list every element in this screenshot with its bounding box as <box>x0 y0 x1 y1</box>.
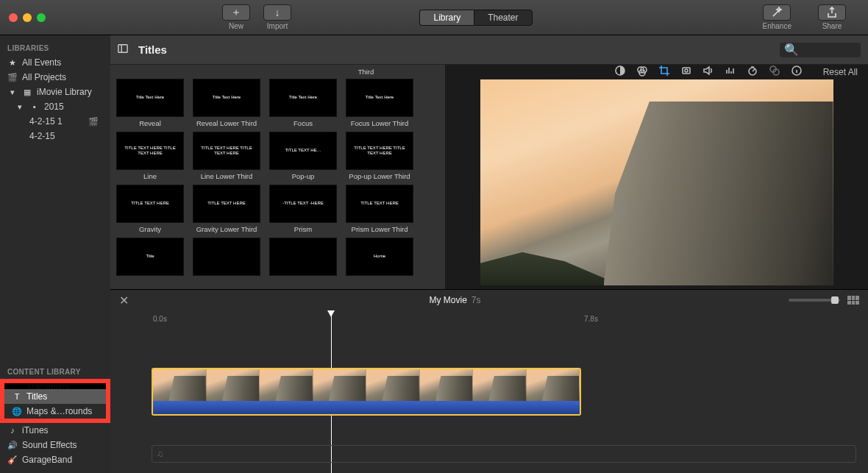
title-preset[interactable]: TITLE TEXT HEREPrism Lower Third <box>346 185 413 233</box>
titles-item[interactable]: TTitles <box>4 389 106 404</box>
maps-item[interactable]: 🌐Maps &…rounds <box>4 404 106 419</box>
title-thumb: Title Text Here <box>193 79 260 117</box>
svg-rect-0 <box>118 44 127 52</box>
tutorial-highlight: Transitions TTitles 🌐Maps &…rounds <box>0 379 110 423</box>
title-preset[interactable]: Title Text HereReveal <box>116 79 184 127</box>
title-thumb: -TITLE TEXT -HERE <box>269 185 337 223</box>
view-segment: Library Theater <box>419 10 532 26</box>
title-thumb: Title Text Here <box>269 79 337 117</box>
title-thumb: TITLE TEXT HERE TITLE TEXT HERE <box>346 132 413 170</box>
title-label: Gravity <box>139 225 161 233</box>
title-preset[interactable]: TITLE TEXT HEREGravity Lower Third <box>193 185 260 233</box>
title-label: Line <box>143 172 157 180</box>
transitions-item[interactable]: Transitions <box>4 383 106 389</box>
camera-icon: 🎬 <box>88 117 99 127</box>
color-correct-icon[interactable] <box>636 65 648 79</box>
all-projects[interactable]: 🎬All Projects <box>0 70 110 85</box>
title-label: Prism Lower Third <box>352 225 408 233</box>
title-preset[interactable]: TITLE TEXT HERE TITLE TEXT HERELine <box>116 132 184 180</box>
info-icon[interactable] <box>791 65 803 79</box>
title-preset[interactable]: TITLE TEXT HE…Pop-up <box>269 132 337 180</box>
title-label: Pop-up Lower Third <box>349 172 410 180</box>
sidebar: LIBRARIES ★All Events 🎬All Projects ▾▦iM… <box>0 35 110 473</box>
title-thumb: Home <box>346 238 413 276</box>
zoom-slider[interactable] <box>789 299 840 302</box>
title-preset[interactable]: TITLE TEXT HERE TITLE TEXT HEREPop-up Lo… <box>346 132 413 180</box>
sound-effects-item[interactable]: 🔊Sound Effects <box>0 438 110 452</box>
sidebar-toggle-icon[interactable] <box>118 43 128 57</box>
title-thumb: TITLE TEXT HERE TITLE TEXT HERE <box>116 132 184 170</box>
title-thumb: TITLE TEXT HERE <box>346 185 413 223</box>
search-input[interactable]: 🔍 <box>780 43 861 57</box>
equalizer-icon[interactable] <box>725 65 736 79</box>
chevron-down-icon: ▾ <box>15 102 25 112</box>
video-clip[interactable] <box>152 368 581 416</box>
stabilize-icon[interactable] <box>680 65 692 79</box>
import-button[interactable]: ↓ Import <box>263 4 291 30</box>
window-controls <box>9 13 46 22</box>
title-label: Focus Lower Third <box>351 119 409 127</box>
close-window[interactable] <box>9 13 18 22</box>
new-button[interactable]: ＋ New <box>222 4 250 30</box>
crop-icon[interactable] <box>658 65 670 79</box>
reset-all-button[interactable]: Reset All <box>823 67 858 77</box>
preview-viewport[interactable] <box>480 79 833 285</box>
title-label: Line Lower Third <box>201 172 253 180</box>
libraries-header: LIBRARIES <box>0 41 110 55</box>
library-icon: ▦ <box>22 88 32 97</box>
minimize-window[interactable] <box>23 13 32 22</box>
zoom-window[interactable] <box>37 13 46 22</box>
title-preset[interactable]: Home <box>346 238 413 278</box>
title-thumb: TITLE TEXT HERE <box>116 185 184 223</box>
adjust-toolbar: Reset All <box>445 65 868 79</box>
title-preset[interactable]: Title Text HereFocus Lower Third <box>346 79 413 127</box>
close-icon[interactable]: ✕ <box>119 294 129 307</box>
globe-icon: 🌐 <box>12 407 22 416</box>
event-2[interactable]: 4-2-15 <box>0 129 110 143</box>
title-thumb <box>269 238 337 276</box>
title-preset[interactable]: Title <box>116 238 184 278</box>
theater-tab[interactable]: Theater <box>474 10 532 26</box>
library-tab[interactable]: Library <box>419 10 474 26</box>
content-library-header: CONTENT LIBRARY <box>0 365 110 379</box>
volume-icon[interactable] <box>702 65 714 79</box>
title-preset[interactable]: Title Text HereFocus <box>269 79 337 127</box>
garageband-item[interactable]: 🎸GarageBand <box>0 452 110 467</box>
toolbar: ＋ New ↓ Import Library Theater Enhance S… <box>0 0 868 35</box>
all-events[interactable]: ★All Events <box>0 55 110 70</box>
title-preset[interactable]: TITLE TEXT HERE TITLE TEXT HERELine Lowe… <box>193 132 260 180</box>
color-balance-icon[interactable] <box>614 65 626 79</box>
timeline: ✕ My Movie7s 0.0s 7.8s <box>110 289 868 473</box>
event-1[interactable]: 4-2-15 1🎬 <box>0 114 110 129</box>
title-label: Reveal Lower Third <box>196 119 257 127</box>
timeline-track-area[interactable]: 0.0s 7.8s ♫ <box>110 310 868 473</box>
speed-icon[interactable] <box>747 65 758 79</box>
title-preset[interactable]: Title Text HereReveal Lower Third <box>193 79 260 127</box>
title-preset[interactable] <box>269 238 337 278</box>
title-thumb: Title Text Here <box>346 79 413 117</box>
title-preset[interactable]: TITLE TEXT HEREGravity <box>116 185 184 233</box>
year-folder[interactable]: ▾▪2015 <box>0 99 110 114</box>
title-preset[interactable]: -TITLE TEXT -HEREPrism <box>269 185 337 233</box>
title-thumb: TITLE TEXT HERE TITLE TEXT HERE <box>193 132 260 170</box>
plus-icon: ＋ <box>222 4 250 21</box>
title-preset[interactable] <box>193 238 260 278</box>
wand-icon <box>763 4 791 21</box>
browser-title: Titles <box>138 43 167 56</box>
share-button[interactable]: Share <box>818 4 846 30</box>
title-label: Prism <box>294 225 312 233</box>
filter-icon[interactable] <box>769 65 780 79</box>
title-thumb: TITLE TEXT HE… <box>269 132 337 170</box>
time-ruler[interactable]: 0.0s 7.8s <box>150 315 868 325</box>
browser-bar: Titles 🔍 <box>110 35 868 65</box>
clip-size-icon[interactable] <box>847 296 859 305</box>
project-name: My Movie <box>429 295 466 305</box>
svg-rect-5 <box>683 68 690 74</box>
enhance-button[interactable]: Enhance <box>763 4 791 30</box>
search-icon: 🔍 <box>784 43 799 57</box>
imovie-library[interactable]: ▾▦iMovie Library <box>0 85 110 99</box>
clip-audio-waveform <box>153 401 580 414</box>
background-music-well[interactable]: ♫ <box>152 445 856 463</box>
star-icon: ★ <box>7 58 18 68</box>
itunes-item[interactable]: ♪iTunes <box>0 423 110 438</box>
